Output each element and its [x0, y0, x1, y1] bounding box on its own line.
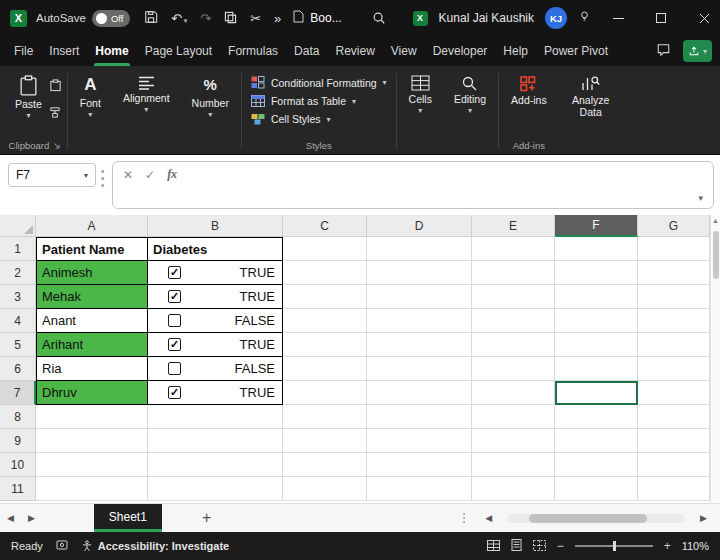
- cell-a1[interactable]: Patient Name: [36, 237, 148, 261]
- cell[interactable]: [283, 405, 367, 429]
- cell[interactable]: [283, 429, 367, 453]
- row-header-9[interactable]: 9: [0, 429, 36, 453]
- expand-formula-bar-icon[interactable]: ▾: [698, 193, 703, 203]
- cell[interactable]: [367, 429, 472, 453]
- scroll-right-icon[interactable]: ▶: [693, 513, 714, 523]
- name-box[interactable]: F7 ▾: [8, 163, 96, 187]
- cell[interactable]: [638, 261, 710, 285]
- font-menu-button[interactable]: A Font ▾: [73, 70, 108, 118]
- cell-a2[interactable]: Animesh: [36, 261, 148, 285]
- workbook-title[interactable]: Boo...: [293, 10, 341, 26]
- dialog-launcher-icon[interactable]: [53, 142, 61, 150]
- cell[interactable]: [638, 405, 710, 429]
- cell[interactable]: [367, 333, 472, 357]
- checkbox[interactable]: [168, 362, 181, 375]
- autosave-toggle[interactable]: Off: [92, 10, 130, 27]
- row-header-8[interactable]: 8: [0, 405, 36, 429]
- cell[interactable]: [472, 381, 555, 405]
- row-header-10[interactable]: 10: [0, 453, 36, 477]
- row-header-1[interactable]: 1: [0, 237, 36, 261]
- cell-b5[interactable]: ✓ TRUE: [148, 333, 283, 357]
- checkbox[interactable]: ✓: [168, 290, 181, 303]
- cell[interactable]: [148, 477, 283, 501]
- horizontal-scrollbar-thumb[interactable]: [529, 514, 647, 523]
- undo-icon[interactable]: ↶▾: [171, 12, 187, 25]
- save-icon[interactable]: [144, 10, 158, 26]
- cell[interactable]: [283, 357, 367, 381]
- vertical-scrollbar-thumb[interactable]: [713, 231, 719, 279]
- cell[interactable]: [472, 237, 555, 261]
- horizontal-scrollbar-track[interactable]: [507, 514, 685, 523]
- cell[interactable]: [148, 453, 283, 477]
- cell[interactable]: [148, 429, 283, 453]
- tab-page-layout[interactable]: Page Layout: [137, 36, 220, 66]
- zoom-out-icon[interactable]: −: [557, 539, 564, 553]
- checkbox[interactable]: ✓: [168, 386, 181, 399]
- zoom-slider[interactable]: [575, 545, 653, 547]
- cell[interactable]: [638, 381, 710, 405]
- column-header-g[interactable]: G: [638, 215, 710, 237]
- scrollbar-splitter-icon[interactable]: ⋮: [458, 511, 470, 525]
- enter-icon[interactable]: ✓: [145, 168, 155, 182]
- cell[interactable]: [638, 429, 710, 453]
- search-button[interactable]: [372, 0, 386, 36]
- addins-button[interactable]: Add-ins: [504, 70, 554, 106]
- cell[interactable]: [367, 309, 472, 333]
- conditional-formatting-button[interactable]: Conditional Formatting ▾: [251, 76, 387, 89]
- cell[interactable]: [36, 405, 148, 429]
- cell[interactable]: [472, 357, 555, 381]
- cell[interactable]: [472, 405, 555, 429]
- zoom-level[interactable]: 110%: [682, 540, 709, 552]
- tab-view[interactable]: View: [383, 36, 425, 66]
- cell-f7-selected[interactable]: [555, 381, 638, 405]
- column-header-d[interactable]: D: [367, 215, 472, 237]
- format-painter-icon[interactable]: [49, 105, 62, 123]
- next-sheet-icon[interactable]: ▶: [21, 513, 42, 523]
- cell[interactable]: [367, 237, 472, 261]
- row-header-4[interactable]: 4: [0, 309, 36, 333]
- cell-a3[interactable]: Mehak: [36, 285, 148, 309]
- cell[interactable]: [555, 285, 638, 309]
- cell-a7[interactable]: Dhruv: [36, 381, 148, 405]
- cell[interactable]: [472, 453, 555, 477]
- cell-b3[interactable]: ✓ TRUE: [148, 285, 283, 309]
- cell[interactable]: [472, 477, 555, 501]
- cell[interactable]: [638, 477, 710, 501]
- redo-icon[interactable]: ↷: [200, 12, 211, 25]
- cell[interactable]: [148, 405, 283, 429]
- cell-b4[interactable]: FALSE: [148, 309, 283, 333]
- prev-sheet-icon[interactable]: ◀: [0, 513, 21, 523]
- copy-icon[interactable]: [224, 11, 237, 26]
- close-button[interactable]: [688, 0, 720, 36]
- checkbox[interactable]: ✓: [168, 266, 181, 279]
- paste-button[interactable]: Paste ▾: [8, 70, 49, 119]
- cell[interactable]: [367, 381, 472, 405]
- column-header-b[interactable]: B: [148, 215, 283, 237]
- format-as-table-button[interactable]: Format as Table ▾: [251, 95, 387, 107]
- maximize-button[interactable]: [645, 0, 677, 36]
- scroll-left-icon[interactable]: ◀: [478, 513, 499, 523]
- tab-formulas[interactable]: Formulas: [220, 36, 286, 66]
- cell[interactable]: [555, 429, 638, 453]
- cell[interactable]: [283, 381, 367, 405]
- cell[interactable]: [283, 477, 367, 501]
- formula-input[interactable]: ✕ ✓ fx ▾: [112, 161, 714, 209]
- column-header-f[interactable]: F: [555, 215, 638, 237]
- page-layout-view-icon[interactable]: [511, 539, 522, 553]
- zoom-slider-thumb[interactable]: [613, 541, 616, 551]
- normal-view-icon[interactable]: [487, 540, 500, 553]
- tab-data[interactable]: Data: [286, 36, 327, 66]
- cell[interactable]: [472, 285, 555, 309]
- lightbulb-icon[interactable]: [578, 10, 591, 26]
- cell[interactable]: [555, 357, 638, 381]
- cell[interactable]: [36, 477, 148, 501]
- cells-menu-button[interactable]: Cells ▾: [402, 70, 439, 114]
- cell[interactable]: [638, 453, 710, 477]
- cell[interactable]: [367, 357, 472, 381]
- vertical-scrollbar[interactable]: ▲: [710, 215, 720, 503]
- scroll-up-icon[interactable]: ▲: [711, 217, 720, 224]
- cell[interactable]: [638, 285, 710, 309]
- checkbox[interactable]: [168, 314, 181, 327]
- paste-special-icon[interactable]: [49, 78, 62, 96]
- cell[interactable]: [638, 333, 710, 357]
